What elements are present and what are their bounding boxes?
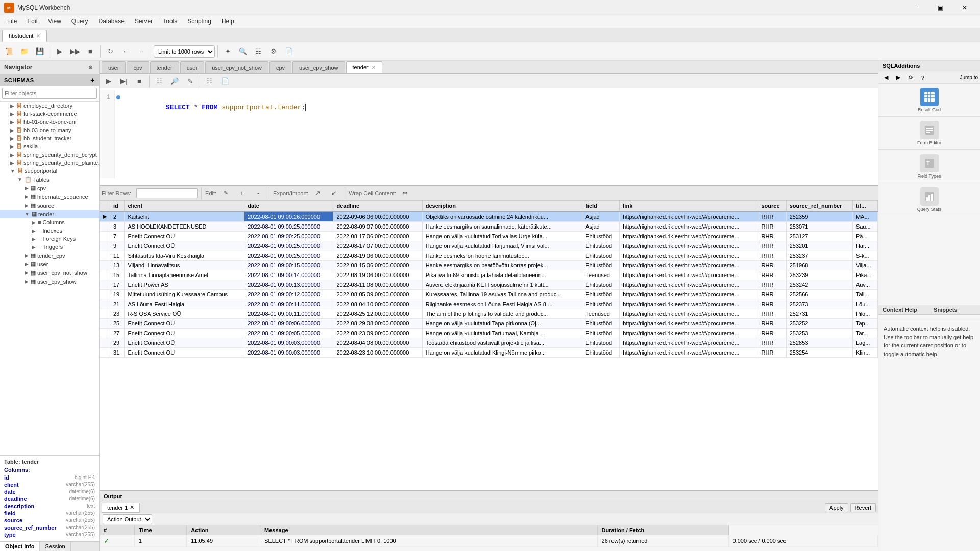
query-tab-cpv1[interactable]: cpv — [127, 61, 149, 73]
minimize-button[interactable]: – — [905, 0, 928, 15]
col-header-id[interactable]: id — [110, 201, 125, 211]
zoom-button[interactable]: 🔍 — [236, 44, 250, 59]
maximize-button[interactable]: ▣ — [929, 0, 952, 15]
form-editor-tool[interactable]: Form Editor — [878, 117, 980, 150]
table-row[interactable]: 9 Enefit Connect OÜ 2022-08-01 09:00:25.… — [100, 241, 878, 251]
export-button[interactable]: ↗ — [310, 186, 325, 201]
menu-query[interactable]: Query — [66, 17, 93, 26]
tree-table-tender[interactable]: ▼ ▦ tender — [0, 210, 99, 218]
table-row[interactable]: 21 AS Lõuna-Eesti Haigla 2022-08-01 09:0… — [100, 299, 878, 309]
tree-table-source[interactable]: ▶ ▦ source — [0, 201, 99, 210]
data-table-wrapper[interactable]: id client date deadline description fiel… — [100, 201, 878, 490]
tree-foreign-keys[interactable]: ▶ ≡ Foreign Keys — [0, 235, 99, 243]
right-nav-forward[interactable]: ▶ — [893, 72, 904, 83]
query-tab-cpv2[interactable]: cpv — [270, 61, 291, 73]
query-stats-tool[interactable]: Query Stats — [878, 183, 980, 216]
table-row[interactable]: 11 Sihtasutus Ida-Viru Keskhaigla 2022-0… — [100, 251, 878, 261]
tree-table-cpv[interactable]: ▶ ▦ cpv — [0, 184, 99, 192]
code-area[interactable]: SELECT * FROM supportportal.tender; — [122, 90, 878, 178]
apply-button[interactable]: Apply — [825, 503, 848, 512]
tab-object-info[interactable]: Object Info — [0, 542, 40, 551]
col-header-description[interactable]: description — [422, 201, 582, 211]
table-row[interactable]: 3 AS HOOLEKANDETEENUSED 2022-08-01 09:00… — [100, 222, 878, 232]
table-row[interactable]: ▶ 2 Kaitseliit 2022-08-01 09:00:26.00000… — [100, 211, 878, 222]
right-nav-help[interactable]: ? — [917, 72, 928, 83]
schemas-add-button[interactable]: + — [90, 76, 95, 84]
export-csv-button[interactable]: 📄 — [218, 74, 232, 88]
menu-server[interactable]: Server — [130, 17, 158, 26]
tree-indexes[interactable]: ▶ ≡ Indexes — [0, 227, 99, 235]
edit-cell-button[interactable]: ✎ — [218, 186, 233, 201]
menu-database[interactable]: Database — [93, 17, 130, 26]
close-button[interactable]: ✕ — [953, 0, 976, 15]
exec-button[interactable]: ▶ — [53, 44, 67, 59]
col-header-deadline[interactable]: deadline — [333, 201, 422, 211]
layout-button[interactable]: ☷ — [251, 44, 265, 59]
tab-session[interactable]: Session — [40, 542, 70, 551]
filter-rows-input[interactable] — [136, 188, 198, 198]
col-header-field[interactable]: field — [582, 201, 620, 211]
schema-item-ecommerce[interactable]: ▶ 🗄 full-stack-ecommerce — [0, 110, 99, 118]
action-output-select[interactable]: Action Output — [103, 514, 152, 524]
tree-table-user-cpv-show[interactable]: ▶ ▦ user_cpv_show — [0, 277, 99, 286]
col-header-source[interactable]: source — [758, 201, 786, 211]
query-tab-tender-active[interactable]: tender ✕ — [346, 61, 382, 73]
table-row[interactable]: 7 Enefit Connect OÜ 2022-08-01 09:00:25.… — [100, 232, 878, 241]
menu-tools[interactable]: Tools — [158, 17, 182, 26]
col-header-date[interactable]: date — [244, 201, 333, 211]
tree-columns[interactable]: ▶ ≡ Columns — [0, 218, 99, 227]
format-button[interactable]: ☷ — [203, 74, 217, 88]
menu-file[interactable]: File — [2, 17, 22, 26]
schema-item-spring-plain[interactable]: ▶ 🗄 spring_security_demo_plaintext — [0, 159, 99, 167]
schema-item-spring-bcrypt[interactable]: ▶ 🗄 spring_security_demo_bcrypt — [0, 151, 99, 159]
query-tab-user2[interactable]: user — [180, 61, 204, 73]
table-row[interactable]: 23 R-S OSA Service OÜ 2022-08-01 09:00:1… — [100, 309, 878, 319]
right-nav-refresh[interactable]: ⟳ — [905, 72, 916, 83]
explain-button[interactable]: 🔎 — [167, 74, 182, 88]
limit-rows-select[interactable]: Limit to 1000 rows Don't Limit Limit to … — [154, 45, 215, 58]
table-row[interactable]: 27 Enefit Connect OÜ 2022-08-01 09:00:05… — [100, 329, 878, 338]
col-header-source-ref[interactable]: source_ref_number — [786, 201, 852, 211]
right-nav-back[interactable]: ◀ — [880, 72, 892, 83]
refresh-button[interactable]: ↻ — [103, 44, 117, 59]
col-header-link[interactable]: link — [620, 201, 758, 211]
menu-edit[interactable]: Edit — [22, 17, 43, 26]
open-button[interactable]: 📁 — [17, 44, 32, 59]
toggle-button[interactable]: ✦ — [220, 44, 235, 59]
field-types-tool[interactable]: T Field Types — [878, 150, 980, 183]
tree-table-user-cpv-not[interactable]: ▶ ▦ user_cpv_not_show — [0, 268, 99, 277]
navigator-settings-button[interactable]: ⚙ — [86, 63, 95, 72]
query-tab-user-cpv-show[interactable]: user_cpv_show — [292, 61, 345, 73]
exec-selection-button[interactable]: ▶| — [117, 74, 131, 88]
snippets-button[interactable]: 📄 — [282, 44, 296, 59]
exec-current-button[interactable]: ▶▶ — [68, 44, 82, 59]
tree-triggers[interactable]: ▶ ≡ Triggers — [0, 243, 99, 251]
back-button[interactable]: ← — [118, 44, 133, 59]
close-tab-hbstudent[interactable]: ✕ — [36, 33, 40, 39]
schema-item-hbstudent[interactable]: ▶ 🗄 hb_student_tracker — [0, 134, 99, 142]
tree-tables-group[interactable]: ▼ 📋 Tables — [0, 175, 99, 184]
output-tab-tender[interactable]: tender 1 ✕ — [102, 503, 140, 513]
import-button[interactable]: ↙ — [327, 186, 341, 201]
table-row[interactable]: 13 Viljandi Linnavalitsus 2022-08-01 09:… — [100, 261, 878, 270]
revert-button[interactable]: Revert — [850, 503, 876, 512]
table-row[interactable]: 29 Enefit Connect OÜ 2022-08-01 09:00:03… — [100, 338, 878, 348]
schema-item-sakila[interactable]: ▶ 🗄 sakila — [0, 142, 99, 151]
schema-item-employee[interactable]: ▶ 🗄 employee_directory — [0, 102, 99, 110]
query-tab-user-cpv-not[interactable]: user_cpv_not_show — [205, 61, 268, 73]
result-grid-tool[interactable]: Result Grid — [878, 84, 980, 117]
table-row[interactable]: 15 Tallinna Linnaplaneerimise Amet 2022-… — [100, 270, 878, 280]
delete-row-button[interactable]: - — [251, 186, 265, 201]
stop-button[interactable]: ■ — [83, 44, 97, 59]
save-button[interactable]: 💾 — [33, 44, 47, 59]
toggle-output-button[interactable]: ☷ — [152, 74, 166, 88]
tree-table-user[interactable]: ▶ ▦ user — [0, 260, 99, 268]
beautify-button[interactable]: ✎ — [183, 74, 197, 88]
forward-button[interactable]: → — [134, 44, 148, 59]
settings-button[interactable]: ⚙ — [266, 44, 281, 59]
schema-item-hb01[interactable]: ▶ 🗄 hb-01-one-to-one-uni — [0, 118, 99, 126]
close-active-tab[interactable]: ✕ — [372, 65, 376, 70]
menu-help[interactable]: Help — [216, 17, 239, 26]
instance-tab-hbstudent[interactable]: hbstudent ✕ — [2, 30, 47, 42]
close-output-tab[interactable]: ✕ — [130, 504, 134, 511]
